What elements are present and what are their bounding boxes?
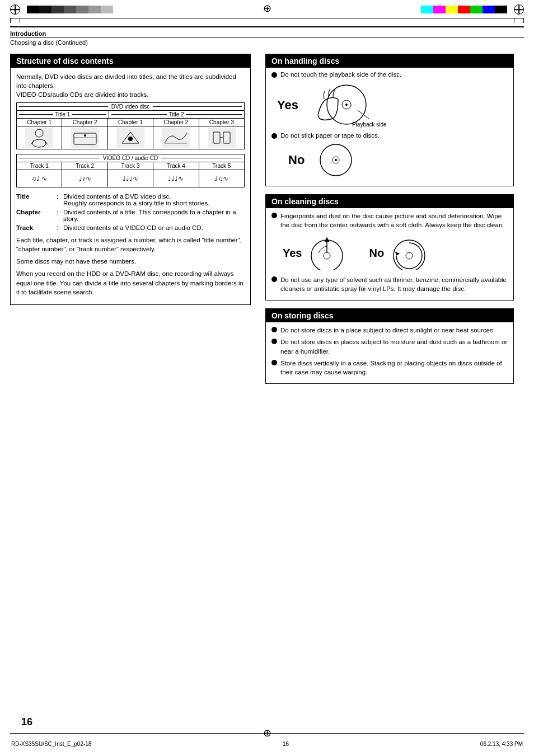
no-cleaning-label: No <box>369 247 384 260</box>
storing-bullet1-text: Do not store discs in a place subject to… <box>280 326 495 335</box>
cleaning-bullet2-text: Do not use any type of solvent such as t… <box>280 275 508 293</box>
para1b: Some discs may not have these numbers. <box>16 257 245 266</box>
storing-bullet2: Do not store discs in places subject to … <box>271 337 508 355</box>
structure-title: Structure of disc contents <box>11 54 250 68</box>
svg-point-28 <box>394 240 425 270</box>
handling-bullet2: Do not stick paper or tape to discs. <box>271 132 508 139</box>
cleaning-illus: Yes <box>271 233 508 275</box>
track1-label: Track 1 <box>17 162 62 170</box>
left-column: Structure of disc contents Normally, DVD… <box>10 54 262 392</box>
reg-mark-top-right <box>514 4 524 15</box>
reg-mark-top-left <box>10 4 20 15</box>
handling-bullet2-text: Do not stick paper or tape to discs. <box>280 132 380 139</box>
def-track: Track : Divided contents of a VIDEO CD o… <box>16 224 245 231</box>
vcd-diagram: VIDEO CD / audio CD Track 1 Track 2 Trac… <box>16 154 245 187</box>
color-bar-left <box>27 6 113 13</box>
def-chapter: Chapter : Divided contents of a title. T… <box>16 209 245 222</box>
structure-intro1: Normally, DVD video discs are divided in… <box>16 72 245 90</box>
dvd-diagram: DVD video disc Title 1 Title 2 <box>16 102 245 149</box>
right-column: On handling discs Do not touch the playb… <box>262 54 514 392</box>
footer-center: 16 <box>283 741 289 747</box>
storing-title: On storing discs <box>266 309 513 322</box>
page-number: 16 <box>21 716 32 728</box>
desc-track: Divided contents of a VIDEO CD or an aud… <box>63 224 245 231</box>
storing-bullet1: Do not store discs in a place subject to… <box>271 326 508 335</box>
term-chapter: Chapter <box>16 209 57 215</box>
structure-section: Structure of disc contents Normally, DVD… <box>10 54 251 305</box>
svg-point-24 <box>335 159 337 161</box>
svg-point-29 <box>406 252 413 259</box>
definitions: Title : Divided contents of a DVD video … <box>16 193 245 231</box>
storing-bullet3-text: Store discs vertically in a case. Stacki… <box>280 359 508 377</box>
handling-title: On handling discs <box>266 54 513 68</box>
color-bar-right <box>421 6 507 13</box>
footer-right: 06.2.13, 4:33 PM <box>480 741 523 747</box>
cleaning-bullet1-text: Fingerprints and dust on the disc cause … <box>280 212 508 229</box>
handling-bullet1-text: Do not touch the playback side of the di… <box>280 71 401 78</box>
def-title: Title : Divided contents of a DVD video … <box>16 193 245 206</box>
no-disc-row: No <box>271 141 508 181</box>
track5-label: Track 5 <box>199 162 244 170</box>
footer-bar: RD-XS35SU/SC_Inst_E_p02-18 16 06.2.13, 4… <box>0 741 534 747</box>
disc-yes-illustration: Playback side <box>307 82 387 128</box>
footer-left: RD-XS35SU/SC_Inst_E_p02-18 <box>11 741 91 747</box>
svg-marker-30 <box>395 252 400 256</box>
yes-label: Yes <box>277 98 298 112</box>
dvd-label: DVD video disc <box>108 104 153 110</box>
no-label: No <box>288 153 305 167</box>
handling-section: On handling discs Do not touch the playb… <box>265 54 514 186</box>
svg-point-8 <box>84 134 86 137</box>
track3-label: Track 3 <box>108 162 153 170</box>
storing-bullet3: Store discs vertically in a case. Stacki… <box>271 359 508 377</box>
term-title: Title <box>16 193 57 200</box>
structure-intro2: VIDEO CDs/audio CDs are divided into tra… <box>16 91 245 98</box>
title2-label: Title 2 <box>167 111 186 118</box>
music-row: ♫♩ ∿ ♩♪∿ ♩♩♩∿ ♩♩♩∿ ♩♫∿ <box>17 170 244 187</box>
storing-section: On storing discs Do not store discs in a… <box>265 308 514 383</box>
para2: When you record on the HDD or a DVD-RAM … <box>16 269 245 296</box>
cleaning-title: On cleaning discs <box>266 195 513 208</box>
cleaning-bullet1: Fingerprints and dust on the disc cause … <box>271 212 508 229</box>
cleaning-bullet2: Do not use any type of solvent such as t… <box>271 275 508 293</box>
term-track: Track <box>16 224 57 231</box>
svg-rect-0 <box>25 128 53 148</box>
storing-bullet2-text: Do not store discs in places subject to … <box>280 337 508 355</box>
svg-point-20 <box>345 104 348 106</box>
vcd-label: VIDEO CD / audio CD <box>100 155 161 161</box>
track2-label: Track 2 <box>62 162 107 170</box>
crosshair-top-center: ⊕ <box>263 2 271 15</box>
playback-side-label: Playback side <box>352 121 387 128</box>
dvd-image-row <box>17 126 244 149</box>
desc-chapter: Divided contents of a title. This corres… <box>63 209 245 222</box>
subsection-header: Choosing a disc (Continued) <box>0 38 534 48</box>
track4-label: Track 4 <box>153 162 199 170</box>
para1: Each title, chapter, or track is assigne… <box>16 236 245 253</box>
svg-point-11 <box>128 137 133 141</box>
section-header: Introduction <box>0 29 534 37</box>
cleaning-section: On cleaning discs Fingerprints and dust … <box>265 194 514 300</box>
desc-title: Divided contents of a DVD video disc.Rou… <box>63 193 245 206</box>
yes-disc-row: Yes <box>271 80 508 132</box>
svg-point-26 <box>324 252 330 259</box>
yes-cleaning-label: Yes <box>283 247 302 260</box>
svg-line-21 <box>358 110 369 119</box>
handling-bullet1: Do not touch the playback side of the di… <box>271 71 508 78</box>
title1-label: Title 1 <box>53 111 72 118</box>
